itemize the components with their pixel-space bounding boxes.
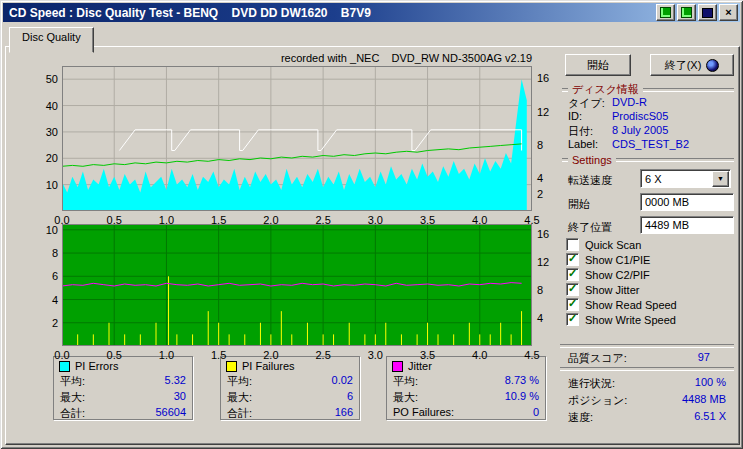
exit-button[interactable]: 終了(X)	[650, 54, 734, 76]
position-value: 4488 MB	[640, 393, 726, 405]
titlebar[interactable]: CD Speed : Disc Quality Test - BENQ DVD …	[3, 3, 740, 22]
app-window: CD Speed : Disc Quality Test - BENQ DVD …	[0, 0, 743, 449]
separator	[560, 344, 734, 348]
end-position-label: 終了位置	[568, 220, 612, 235]
recorded-with-text: recorded with _NEC DVD_RW ND-3500AG v2.1…	[62, 52, 532, 64]
section-line	[616, 158, 734, 162]
stat-value: 56604	[155, 406, 186, 421]
stat-value: 10.9 %	[505, 390, 539, 405]
checkbox-show-c2-pif[interactable]: ✓Show C2/PIF	[566, 269, 736, 280]
section-line	[643, 88, 734, 92]
quality-score-value: 97	[640, 351, 710, 363]
checkbox-show-jitter[interactable]: ✓Show Jitter	[566, 284, 736, 295]
axis-tick-label: 1.5	[207, 214, 231, 226]
checkbox-label: Show Write Speed	[585, 314, 676, 326]
minimize-icon	[702, 8, 713, 18]
minimize-button[interactable]	[698, 4, 717, 21]
stats-box-title: Jitter	[408, 360, 432, 372]
stat-value: 8.73 %	[505, 374, 539, 389]
stat-label: 最大:	[60, 390, 85, 405]
checkbox-label: Show Read Speed	[585, 299, 677, 311]
close-button[interactable]: ×	[719, 4, 738, 21]
chevron-down-icon: ▼	[717, 175, 724, 182]
chart-button-2[interactable]	[677, 4, 696, 21]
speed-select-value: 6 X	[645, 172, 662, 186]
axis-tick-label: 12	[537, 256, 561, 268]
checkbox-box[interactable]: ✓	[566, 268, 579, 281]
axis-tick-label: 4	[30, 294, 58, 306]
pi-errors-legend-swatch	[59, 361, 70, 372]
tab-disc-quality[interactable]: Disc Quality	[9, 27, 94, 53]
axis-tick-label: 50	[30, 73, 58, 85]
axis-tick-label: 0.5	[102, 214, 126, 226]
exit-button-label: 終了(X)	[665, 58, 702, 73]
axis-tick-label: 3.5	[416, 214, 440, 226]
axis-tick-label: 20	[30, 152, 58, 164]
start-position-value: 0000 MB	[645, 196, 689, 208]
disc-date-value: 8 July 2005	[612, 124, 668, 136]
axis-tick-label: 6	[30, 270, 58, 282]
section-dash	[562, 158, 568, 162]
checkbox-label: Show C2/PIF	[585, 269, 650, 281]
checkbox-box[interactable]: ✓	[566, 298, 579, 311]
speed-label: 転送速度	[568, 173, 612, 188]
checkbox-label: Show Jitter	[585, 284, 639, 296]
end-position-value: 4489 MB	[645, 219, 689, 231]
settings-header: Settings	[562, 154, 734, 166]
axis-tick-label: 1.0	[154, 349, 178, 361]
disc-id-label: ID:	[568, 110, 582, 122]
checkbox-label: Show C1/PIE	[585, 254, 650, 266]
chart-button-1[interactable]	[656, 4, 675, 21]
axis-tick-label: 4.5	[520, 349, 544, 361]
axis-tick-label: 16	[537, 228, 561, 240]
pi-errors-stats-box: PI Errors 平均:5.32 最大:30 合計:56604	[53, 356, 193, 420]
stat-label: 最大:	[393, 390, 418, 405]
window-title: CD Speed : Disc Quality Test - BENQ DVD …	[9, 6, 656, 20]
checkbox-show-c1-pie[interactable]: ✓Show C1/PIE	[566, 254, 736, 265]
axis-tick-label: 10	[30, 224, 58, 236]
close-icon: ×	[725, 7, 731, 18]
axis-tick-label: 2	[537, 188, 561, 200]
speed-readout-value: 6.51 X	[640, 410, 726, 422]
checkbox-box[interactable]: ✓	[566, 283, 579, 296]
stat-value: 166	[335, 406, 353, 421]
checkbox-box[interactable]	[566, 238, 579, 251]
speed-select[interactable]: 6 X ▼	[640, 169, 731, 188]
checkbox-show-read-speed[interactable]: ✓Show Read Speed	[566, 299, 736, 310]
disc-date-label: 日付:	[568, 124, 593, 139]
checkbox-show-write-speed[interactable]: ✓Show Write Speed	[566, 314, 736, 325]
stat-label: 最大:	[227, 390, 252, 405]
titlebar-buttons: ×	[656, 4, 738, 21]
disc-type-label: タイプ:	[568, 96, 605, 111]
jitter-chart	[62, 224, 532, 346]
axis-tick-label: 1.5	[207, 349, 231, 361]
axis-tick-label: 4	[537, 312, 561, 324]
checkbox-list: Quick Scan✓Show C1/PIE✓Show C2/PIF✓Show …	[566, 239, 736, 325]
combo-dropdown-button[interactable]: ▼	[712, 171, 729, 187]
end-position-field[interactable]: 4489 MB	[640, 216, 734, 234]
stat-label: 合計:	[60, 406, 85, 421]
start-position-field[interactable]: 0000 MB	[640, 193, 734, 211]
checkbox-box[interactable]: ✓	[566, 313, 579, 326]
checkbox-quick-scan[interactable]: Quick Scan	[566, 239, 736, 250]
disc-label-label: Label:	[568, 138, 598, 150]
axis-tick-label: 16	[537, 72, 561, 84]
axis-tick-label: 2.0	[259, 349, 283, 361]
axis-tick-label: 2.5	[311, 349, 335, 361]
axis-tick-label: 8	[30, 247, 58, 259]
start-position-label: 開始	[568, 197, 590, 212]
speed-readout-label: 速度:	[568, 410, 593, 425]
quality-score-label: 品質スコア:	[568, 351, 627, 366]
stats-box-title: PI Failures	[242, 360, 295, 372]
checkbox-box[interactable]: ✓	[566, 253, 579, 266]
exit-icon	[706, 59, 719, 72]
settings-header-label: Settings	[572, 154, 612, 166]
axis-tick-label: 8	[537, 139, 561, 151]
start-button[interactable]: 開始	[565, 54, 631, 76]
axis-tick-label: 3.0	[363, 214, 387, 226]
axis-tick-label: 40	[30, 100, 58, 112]
axis-tick-label: 0.0	[50, 349, 74, 361]
pi-failures-stats-box: PI Failures 平均:0.02 最大:6 合計:166	[220, 356, 360, 420]
axis-tick-label: 2.0	[259, 214, 283, 226]
stat-label: 平均:	[393, 374, 418, 389]
